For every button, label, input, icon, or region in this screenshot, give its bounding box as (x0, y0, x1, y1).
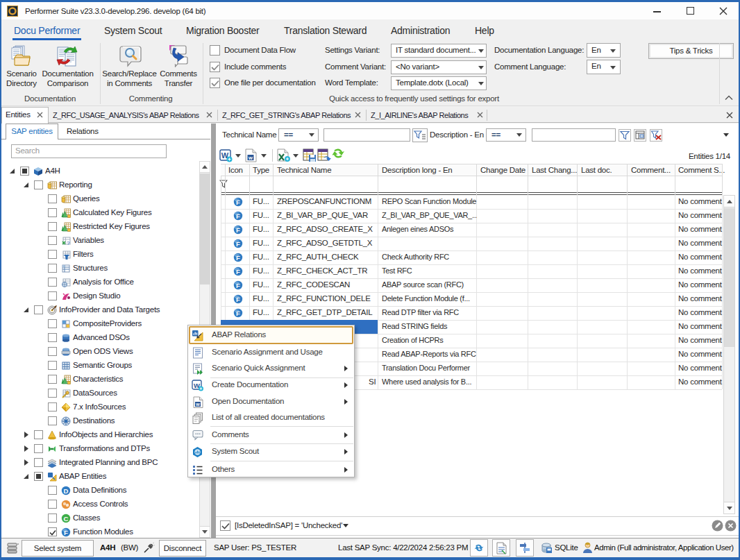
svg-text:w: w (195, 402, 200, 407)
svg-text:w: w (248, 155, 253, 161)
